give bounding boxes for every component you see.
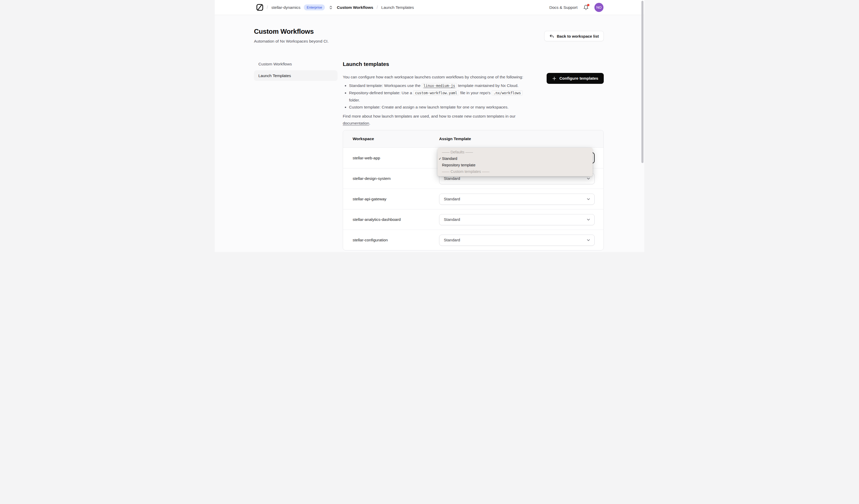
template-select[interactable]: Standard xyxy=(439,234,594,246)
app-root: / stellar-dynamics Enterprise Custom Wor… xyxy=(215,0,644,252)
menu-group-label: —— Custom templates —— xyxy=(438,168,592,175)
template-select[interactable]: Standard xyxy=(439,214,594,225)
column-header-assign-template: Assign Template xyxy=(439,137,603,141)
breadcrumb-separator: / xyxy=(377,5,378,10)
inline-code: custom-workflow.yaml xyxy=(413,90,459,95)
chevron-down-icon xyxy=(586,177,590,181)
breadcrumb-separator: / xyxy=(267,5,268,10)
selected-template-value: Standard xyxy=(444,238,460,242)
intro-text: You can configure how each workspace lau… xyxy=(343,74,529,80)
topbar-actions: Docs & Support NO xyxy=(549,3,603,12)
page-subtitle: Automation of Nx Workspaces beyond CI. xyxy=(254,39,329,44)
notifications-button[interactable] xyxy=(583,5,589,10)
docs-text-period: . xyxy=(369,121,370,125)
nx-cloud-logo-icon[interactable] xyxy=(256,4,263,11)
assign-template-cell: Standard xyxy=(439,194,603,205)
template-option-bullet: Custom template: Create and assign a new… xyxy=(349,104,529,110)
menu-option-repository-template[interactable]: Repository template xyxy=(438,162,592,168)
menu-option-label: Repository template xyxy=(442,163,476,167)
back-button-label: Back to workspace list xyxy=(557,34,599,39)
bullet-text: Repository-defined template: Use a xyxy=(349,91,413,95)
page-scrollbar[interactable] xyxy=(641,0,644,252)
workspace-template-table: Workspace Assign Template stellar-web-ap… xyxy=(343,130,604,250)
menu-option-label: Standard xyxy=(442,156,457,161)
workspace-name: stellar-design-system xyxy=(353,176,439,181)
breadcrumb-page: Launch Templates xyxy=(381,5,414,10)
bullet-text: file in your repo's xyxy=(459,91,492,95)
bullet-text: folder. xyxy=(349,98,360,102)
template-option-bullet: Repository-defined template: Use a custo… xyxy=(349,89,529,104)
template-dropdown-menu: —— Defaults ——✓StandardRepository templa… xyxy=(438,148,592,176)
workspace-name: stellar-web-app xyxy=(353,156,439,161)
page-content: Custom Workflows Automation of Nx Worksp… xyxy=(215,15,644,250)
docs-paragraph: Find more about how launch templates are… xyxy=(343,113,529,127)
template-select[interactable]: Standard xyxy=(439,194,594,205)
sidebar-item-custom-workflows[interactable]: Custom Workflows xyxy=(254,59,337,69)
assign-template-cell: Standard xyxy=(439,234,603,246)
selected-template-value: Standard xyxy=(444,197,460,201)
breadcrumb-section[interactable]: Custom Workflows xyxy=(337,5,373,10)
workspace-name: stellar-api-gateway xyxy=(353,197,439,201)
launch-templates-section: Launch templates Configure templates You… xyxy=(343,59,604,250)
workspace-name: stellar-configuration xyxy=(353,238,439,242)
page-title: Custom Workflows xyxy=(254,28,329,35)
template-option-bullet: Standard template: Workspaces use the li… xyxy=(349,82,529,89)
workspace-switcher-icon[interactable] xyxy=(329,5,333,10)
menu-option-standard[interactable]: ✓Standard xyxy=(438,155,592,162)
section-title: Launch templates xyxy=(343,61,604,67)
selected-template-value: Standard xyxy=(444,176,460,181)
breadcrumb: / stellar-dynamics Enterprise Custom Wor… xyxy=(256,4,414,11)
table-row: stellar-api-gatewayStandard xyxy=(343,189,603,209)
scrollbar-thumb[interactable] xyxy=(642,1,644,163)
notification-dot xyxy=(587,4,589,6)
table-header-row: Workspace Assign Template xyxy=(343,130,603,148)
top-navigation-bar: / stellar-dynamics Enterprise Custom Wor… xyxy=(215,0,644,15)
configure-button-label: Configure templates xyxy=(559,76,598,81)
workspace-name: stellar-analytics-dashboard xyxy=(353,217,439,222)
inline-code: linux-medium-js xyxy=(422,83,457,88)
table-row: stellar-analytics-dashboardStandard xyxy=(343,209,603,230)
settings-sidebar: Custom WorkflowsLaunch Templates xyxy=(254,59,337,250)
back-to-workspace-list-button[interactable]: Back to workspace list xyxy=(544,31,604,41)
plus-icon xyxy=(552,76,557,81)
documentation-link[interactable]: documentation xyxy=(343,121,369,125)
enterprise-badge: Enterprise xyxy=(304,4,325,10)
breadcrumb-org[interactable]: stellar-dynamics xyxy=(271,5,300,10)
column-header-workspace: Workspace xyxy=(353,137,439,141)
assign-template-cell: Standard xyxy=(439,214,603,225)
chevron-down-icon xyxy=(586,238,590,242)
table-row: stellar-configurationStandard xyxy=(343,230,603,250)
bullet-text: template maintained by Nx Cloud. xyxy=(457,83,518,88)
chevron-down-icon xyxy=(586,197,590,201)
chevron-down-icon xyxy=(586,217,590,222)
return-arrow-icon xyxy=(549,34,554,39)
checkmark-icon: ✓ xyxy=(439,155,441,162)
menu-group-label: —— Defaults —— xyxy=(438,149,592,155)
bullet-text: Custom template: Create and assign a new… xyxy=(349,105,509,109)
docs-support-link[interactable]: Docs & Support xyxy=(549,5,577,10)
sidebar-item-launch-templates[interactable]: Launch Templates xyxy=(254,70,337,81)
bullet-text: Standard template: Workspaces use the xyxy=(349,83,422,88)
template-options-list: Standard template: Workspaces use the li… xyxy=(343,82,529,110)
inline-code: .nx/workflows xyxy=(492,90,523,95)
user-avatar[interactable]: NO xyxy=(594,3,603,12)
docs-text: Find more about how launch templates are… xyxy=(343,114,515,118)
selected-template-value: Standard xyxy=(444,217,460,222)
configure-templates-button[interactable]: Configure templates xyxy=(547,73,604,84)
